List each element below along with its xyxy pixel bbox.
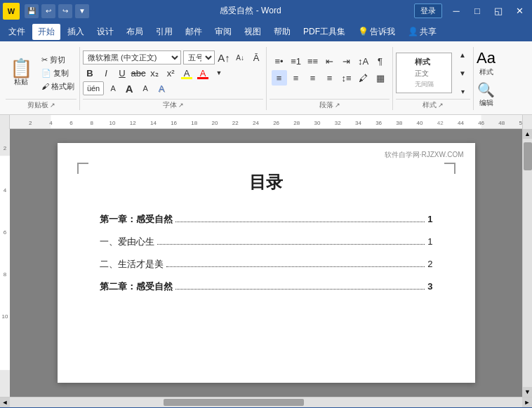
font-size-down-btn[interactable]: A: [138, 81, 152, 95]
cut-button[interactable]: ✂ 剪切: [39, 54, 77, 66]
increase-font-btn[interactable]: A↑: [217, 50, 231, 64]
h-scroll-right-btn[interactable]: ►: [522, 397, 532, 407]
font-content: 微软雅黑 (中文正文) 五号 A↑ A↓ Ā B I U abc x₂ x²: [83, 47, 263, 99]
svg-text:18: 18: [191, 120, 197, 126]
font-name-select[interactable]: 微软雅黑 (中文正文): [83, 50, 181, 64]
numbered-list-btn[interactable]: ≡1: [288, 53, 304, 69]
styles-btn[interactable]: Aa 样式: [477, 49, 496, 77]
paragraph-section: ≡• ≡1 ≡≡ ⇤ ⇥ ↕A ¶ ≡ ≡ ≡ ≡ ↕≡ 🖍 ▦: [267, 47, 393, 110]
font-color-btn[interactable]: A: [196, 66, 210, 80]
menu-mail[interactable]: 邮件: [180, 24, 208, 40]
menu-design[interactable]: 设计: [91, 24, 119, 40]
clipboard-content: 📋 粘贴 ✂ 剪切 📄 复制 🖌 格式刷: [6, 47, 77, 99]
styles-scroll-up-btn[interactable]: ▲: [455, 47, 470, 62]
menu-help[interactable]: 帮助: [268, 24, 296, 40]
redo-btn[interactable]: ↪: [58, 4, 72, 18]
restore-btn[interactable]: □: [467, 3, 487, 20]
editing-btn[interactable]: 🔍 编辑: [477, 81, 495, 108]
menu-review[interactable]: 审阅: [209, 24, 237, 40]
h-scroll-track[interactable]: [10, 397, 522, 407]
undo-btn[interactable]: ↩: [41, 4, 55, 18]
clipboard-expand-icon[interactable]: ↗: [50, 102, 55, 109]
styles-scroll-down-btn[interactable]: ▼: [455, 65, 470, 81]
maximize-btn[interactable]: ◱: [488, 3, 508, 20]
bold-button[interactable]: B: [83, 66, 97, 80]
superscript-button[interactable]: x²: [164, 66, 178, 80]
more-quick-btn[interactable]: ▼: [75, 4, 89, 18]
align-right-btn[interactable]: ≡: [305, 70, 321, 86]
styles-expand-btn[interactable]: ▾: [455, 83, 470, 99]
document-area: 2 4 6 8 10 软件自学网·RJZXW.COM 目录 第一章：感受自然 1…: [0, 129, 532, 397]
ribbon: 📋 粘贴 ✂ 剪切 📄 复制 🖌 格式刷 剪贴板 ↗: [0, 41, 532, 115]
bullet-list-btn[interactable]: ≡•: [272, 53, 287, 69]
multilevel-list-btn[interactable]: ≡≡: [305, 53, 321, 69]
toc-dots-2: [157, 244, 425, 245]
editing-section: Aa 样式 🔍 编辑: [474, 47, 498, 110]
menu-layout[interactable]: 布局: [121, 24, 149, 40]
font-size-up-btn[interactable]: A: [122, 81, 136, 95]
align-center-btn[interactable]: ≡: [288, 70, 304, 86]
highlight-color-btn[interactable]: A: [180, 66, 194, 80]
h-scroll-left-btn[interactable]: ◄: [0, 397, 10, 407]
scroll-up-btn[interactable]: ▲: [523, 129, 533, 139]
login-button[interactable]: 登录: [414, 4, 442, 18]
paste-button[interactable]: 📋 粘贴: [6, 54, 36, 93]
line-spacing-btn[interactable]: ↕≡: [339, 70, 354, 86]
svg-text:48: 48: [498, 120, 505, 126]
styles-section: 样式 正文 无间隔 ▲ ▼ ▾ 样式 ↗: [393, 47, 474, 110]
decrease-indent-btn[interactable]: ⇤: [322, 53, 338, 69]
strikethrough-button[interactable]: abc: [131, 66, 145, 80]
svg-text:32: 32: [335, 120, 341, 126]
borders-btn[interactable]: ▦: [373, 70, 388, 86]
horizontal-scrollbar: ◄ ►: [0, 397, 532, 407]
save-quick-btn[interactable]: 💾: [25, 4, 39, 18]
svg-text:24: 24: [253, 120, 259, 126]
menu-share[interactable]: 👤共享: [402, 24, 442, 40]
scroll-thumb[interactable]: [524, 142, 532, 170]
menu-home[interactable]: 开始: [32, 24, 60, 40]
text-effect-btn[interactable]: A: [154, 81, 168, 95]
shading-btn[interactable]: 🖍: [356, 70, 371, 86]
menu-pdf[interactable]: PDF工具集: [298, 24, 351, 40]
italic-button[interactable]: I: [99, 66, 113, 80]
styles-expand-icon[interactable]: ↗: [438, 102, 444, 109]
menu-insert[interactable]: 插入: [62, 24, 90, 40]
font-expand-icon[interactable]: ↗: [178, 102, 184, 109]
h-scroll-thumb[interactable]: [164, 399, 304, 406]
menu-file[interactable]: 文件: [3, 24, 31, 40]
minimize-btn[interactable]: ─: [446, 3, 466, 20]
menu-references[interactable]: 引用: [150, 24, 178, 40]
toc-entry-2: 一、爱由心生 1: [100, 236, 433, 248]
menu-view[interactable]: 视图: [239, 24, 267, 40]
format-painter-button[interactable]: 🖌 格式刷: [39, 81, 77, 93]
sort-btn[interactable]: ↕A: [356, 53, 371, 69]
show-marks-btn[interactable]: ¶: [373, 53, 388, 69]
font-color-dropdown[interactable]: ▼: [212, 66, 226, 80]
font-label: 字体 ↗: [83, 99, 263, 110]
subscript-button[interactable]: x₂: [147, 66, 161, 80]
toc-dots-3: [166, 266, 425, 267]
scroll-track[interactable]: [523, 139, 532, 387]
styles-content: 样式 正文 无间隔 ▲ ▼ ▾: [396, 47, 470, 99]
toc-dots-1: [175, 222, 425, 222]
scroll-down-btn[interactable]: ▼: [523, 387, 533, 397]
toc-dots-4: [175, 289, 425, 290]
svg-text:26: 26: [273, 120, 279, 126]
align-left-btn[interactable]: ≡: [272, 70, 287, 86]
font-size-select[interactable]: 五号: [183, 50, 215, 64]
svg-text:36: 36: [375, 120, 382, 126]
clipboard-label: 剪贴板 ↗: [6, 99, 77, 110]
close-btn[interactable]: ✕: [510, 3, 529, 20]
underline-button[interactable]: U: [115, 66, 129, 80]
char-format-btn[interactable]: A: [106, 81, 120, 95]
paragraph-expand-icon[interactable]: ↗: [335, 102, 340, 109]
decrease-font-btn[interactable]: A↓: [233, 50, 247, 64]
increase-indent-btn[interactable]: ⇥: [339, 53, 354, 69]
clear-format-btn[interactable]: Ā: [249, 50, 263, 64]
menu-tell-me[interactable]: 💡告诉我: [352, 24, 401, 40]
title-bar-controls: 登录 ─ □ ◱ ✕: [408, 3, 532, 20]
styles-box[interactable]: 样式 正文 无间隔: [396, 53, 452, 93]
title-bar: W 💾 ↩ ↪ ▼ 感受自然 - Word 登录 ─ □ ◱ ✕: [0, 0, 532, 22]
copy-button[interactable]: 📄 复制: [39, 67, 77, 79]
justify-btn[interactable]: ≡: [322, 70, 338, 86]
